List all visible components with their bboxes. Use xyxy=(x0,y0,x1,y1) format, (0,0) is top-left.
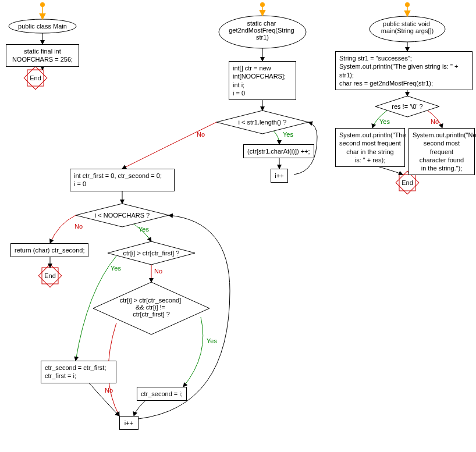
box-constant: static final intNOOFCHARS = 256; xyxy=(6,44,79,67)
box-return: return (char) ctr_second; xyxy=(10,243,88,257)
arrow-s3-c xyxy=(375,166,403,175)
box-print-yes: System.out.println("Thesecond most frequ… xyxy=(335,128,405,167)
diamond-res-text: res != '\0' ? xyxy=(392,103,422,110)
diamond-first-text: ctr[i] > ctr[ctr_first] ? xyxy=(123,250,180,257)
box-print-no: System.out.println("Nosecond most freque… xyxy=(408,128,475,175)
arrow-s2-yes2 xyxy=(134,224,151,241)
arrow-s3-no xyxy=(428,111,442,128)
box-assign-a: ctr_second = ctr_first;ctr_first = i; xyxy=(41,361,116,383)
entry-dot-3 xyxy=(405,2,410,7)
box-assign-b: ctr_second = i; xyxy=(137,387,187,401)
box-ipp-1: i++ xyxy=(271,169,288,183)
diamond-len-text: i < str1.length() ? xyxy=(239,119,287,126)
diamond-noof-text: i < NOOFCHARS ? xyxy=(95,212,150,219)
ellipse-main-class-text: public class Main xyxy=(18,23,67,30)
arrow-s2-yes4 xyxy=(183,317,203,387)
arrow-s2-yes1 xyxy=(273,131,279,144)
arrow-s3-yes xyxy=(372,111,387,128)
entry-dot-2 xyxy=(260,2,265,7)
end-marker-1 xyxy=(24,66,47,90)
arrow-s2-f xyxy=(87,381,119,416)
end-marker-2 xyxy=(38,264,62,287)
entry-dot-1 xyxy=(40,2,45,7)
ellipse-main-method-text: public static void main(String args[]) xyxy=(381,20,434,34)
arrow-s2-no1 xyxy=(122,122,216,169)
box-ctr-inc: (ctr[str1.charAt(i)]) ++; xyxy=(243,144,314,158)
box-init2: int ctr_first = 0, ctr_second = 0;i = 0 xyxy=(70,169,175,191)
box-ipp-2: i++ xyxy=(119,416,138,430)
box-init: int[] ctr = newint[NOOFCHARS];int i;i = … xyxy=(229,61,296,100)
box-main-body: String str1 = "successes";System.out.pri… xyxy=(335,51,473,90)
arrow-s2-no2 xyxy=(50,215,76,243)
